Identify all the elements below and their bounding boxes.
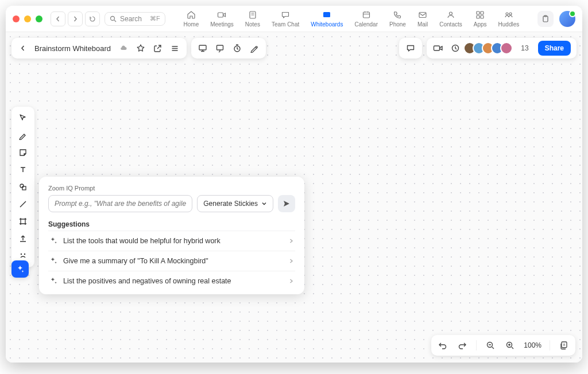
close-window-button[interactable]	[13, 15, 20, 22]
nav-huddles[interactable]: Huddles	[498, 10, 520, 28]
svg-rect-4	[363, 12, 369, 18]
search-icon	[110, 15, 117, 22]
suggestion-item[interactable]: Give me a summary of "To Kill A Mockingb…	[48, 251, 295, 271]
header-right: 13 Share	[399, 38, 577, 59]
present-button[interactable]	[197, 42, 208, 54]
clipboard-button[interactable]	[537, 11, 554, 27]
pages-button[interactable]: 8	[558, 340, 570, 351]
svg-point-20	[20, 184, 24, 188]
zoom-out-button[interactable]	[485, 340, 496, 351]
svg-rect-10	[481, 15, 483, 18]
bottom-bar: 100% 8	[431, 335, 575, 356]
calendar-icon	[361, 10, 372, 20]
board-title: Brainstorm Whiteboard	[34, 44, 111, 53]
app-window: Search ⌘F Home Meetings Notes Team Chat	[6, 6, 582, 363]
star-button[interactable]	[135, 42, 146, 54]
nav-team-chat[interactable]: Team Chat	[272, 10, 299, 28]
svg-rect-1	[218, 13, 223, 17]
chevron-down-icon	[261, 201, 267, 207]
home-icon	[186, 10, 196, 20]
avatar	[500, 42, 513, 54]
sparkle-icon	[49, 277, 57, 285]
suggestions-header: Suggestions	[48, 220, 295, 228]
svg-point-11	[506, 13, 508, 15]
iq-prompt-label: Zoom IQ Prompt	[48, 185, 295, 192]
back-button[interactable]	[17, 42, 29, 54]
start-video-button[interactable]	[432, 42, 444, 54]
nav-calendar[interactable]: Calendar	[354, 10, 378, 28]
svg-rect-9	[477, 15, 479, 18]
share-button[interactable]: Share	[538, 41, 571, 56]
nav-whiteboards[interactable]: Whiteboards	[311, 10, 343, 28]
open-external-button[interactable]	[152, 42, 164, 54]
svg-rect-3	[323, 12, 330, 17]
minimize-window-button[interactable]	[24, 15, 31, 22]
participant-count: 13	[521, 44, 528, 52]
comment-button[interactable]	[405, 42, 416, 54]
line-tool[interactable]	[15, 196, 31, 212]
history-button[interactable]	[85, 11, 100, 26]
nav-home[interactable]: Home	[184, 10, 199, 28]
follow-button[interactable]	[450, 42, 461, 54]
whiteboard-canvas[interactable]: Brainstorm Whiteboard	[6, 32, 582, 363]
timer-button[interactable]	[231, 42, 243, 54]
svg-rect-8	[481, 11, 483, 14]
ai-companion-button[interactable]	[11, 260, 29, 278]
redo-button[interactable]	[457, 340, 468, 351]
zoom-in-button[interactable]	[504, 340, 516, 351]
menu-button[interactable]	[169, 42, 181, 54]
send-prompt-button[interactable]	[278, 195, 295, 212]
nav-meetings[interactable]: Meetings	[210, 10, 234, 28]
video-icon	[216, 10, 227, 20]
phone-icon	[392, 10, 403, 20]
nav-mail[interactable]: Mail	[417, 10, 428, 28]
undo-button[interactable]	[437, 340, 448, 351]
search-input[interactable]: Search ⌘F	[105, 12, 165, 26]
svg-rect-15	[199, 45, 206, 50]
chevron-right-icon	[288, 258, 294, 264]
nav-back-button[interactable]	[51, 11, 65, 26]
svg-point-12	[509, 13, 512, 15]
iq-prompt-input[interactable]	[48, 195, 192, 212]
nav-apps[interactable]: Apps	[474, 10, 487, 28]
sparkle-icon	[49, 237, 57, 245]
present-panel	[191, 38, 266, 59]
nav-notes[interactable]: Notes	[245, 10, 260, 28]
notes-icon	[247, 10, 258, 20]
svg-point-0	[111, 16, 115, 20]
zoom-level[interactable]: 100%	[524, 341, 541, 349]
svg-point-22	[21, 254, 22, 255]
collab-panel: 13 Share	[427, 38, 577, 59]
search-placeholder: Search	[120, 15, 142, 23]
huddles-icon	[504, 10, 514, 20]
cloud-icon	[118, 42, 129, 54]
nav-contacts[interactable]: Contacts	[439, 10, 462, 28]
whiteboard-icon	[322, 10, 332, 20]
nav-forward-button[interactable]	[68, 11, 83, 26]
tool-sidebar	[11, 107, 34, 267]
svg-point-23	[24, 254, 25, 255]
participant-avatars[interactable]	[467, 42, 513, 54]
profile-avatar[interactable]	[559, 11, 575, 27]
frame-button[interactable]	[214, 42, 226, 54]
maximize-window-button[interactable]	[36, 15, 42, 22]
nav-phone[interactable]: Phone	[389, 10, 406, 28]
svg-rect-5	[419, 13, 426, 18]
svg-text:8: 8	[563, 343, 566, 346]
laser-button[interactable]	[249, 42, 260, 54]
chevron-right-icon	[288, 278, 294, 284]
select-tool[interactable]	[15, 110, 31, 126]
comment-panel	[399, 38, 422, 59]
sparkle-icon	[49, 257, 57, 265]
text-tool[interactable]	[15, 162, 31, 178]
generate-type-select[interactable]: Generate Stickies	[197, 195, 273, 212]
svg-rect-16	[216, 45, 223, 50]
suggestion-item[interactable]: List the tools that would be helpful for…	[48, 231, 295, 251]
pen-tool[interactable]	[15, 127, 31, 143]
frame-tool[interactable]	[15, 213, 31, 229]
sticky-note-tool[interactable]	[15, 145, 31, 161]
upload-tool[interactable]	[15, 231, 31, 247]
apps-icon	[475, 10, 485, 20]
suggestion-item[interactable]: List the positives and negatives of owni…	[48, 271, 295, 291]
shape-tool[interactable]	[15, 179, 31, 195]
